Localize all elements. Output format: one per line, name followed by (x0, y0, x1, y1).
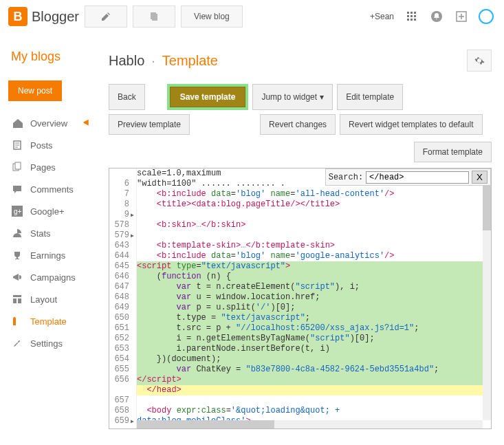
svg-text:g+: g+ (14, 208, 22, 215)
profile-icon[interactable] (476, 7, 496, 26)
settings-gear-button[interactable] (467, 50, 492, 72)
sidebar-item-label: Stats (30, 228, 51, 239)
code-line[interactable]: i.parentNode.insertBefore(t, i) (137, 344, 483, 354)
chevron-down-icon: ▾ (320, 92, 324, 102)
format-template-button[interactable]: Format template (414, 142, 492, 162)
notifications-icon[interactable] (427, 7, 446, 26)
code-line[interactable]: </script> (137, 375, 483, 385)
doc-icon (11, 139, 23, 151)
sidebar-item-label: Earnings (30, 250, 65, 261)
sidebar-item-google[interactable]: g+Google+ (8, 200, 95, 222)
breadcrumb-separator: · (151, 53, 155, 69)
search-close-button[interactable]: X (472, 171, 487, 184)
code-line[interactable]: </head> (137, 385, 483, 395)
revert-widget-templates-button[interactable]: Revert widget templates to default (340, 114, 482, 135)
code-line[interactable]: var p = u.split('/')[0]; (137, 303, 483, 313)
code-line[interactable]: i = n.getElementsByTagName("script")[0]; (137, 334, 483, 344)
svg-rect-0 (407, 12, 409, 14)
my-blogs-heading[interactable]: My blogs (11, 50, 95, 64)
megaphone-icon (11, 271, 23, 283)
jump-to-widget-dropdown[interactable]: Jump to widget ▾ (252, 84, 333, 110)
code-line[interactable]: t.type = "text/javascript"; (137, 313, 483, 323)
svg-rect-17 (13, 299, 17, 303)
posts-list-button[interactable] (133, 6, 175, 28)
svg-rect-8 (414, 19, 416, 21)
search-input[interactable] (366, 171, 469, 184)
code-line[interactable] (137, 210, 483, 220)
sidebar-item-label: Settings (30, 338, 63, 349)
sidebar-item-template[interactable]: Template (8, 310, 95, 332)
layout-icon (11, 293, 23, 305)
logo[interactable]: B Blogger (8, 7, 79, 26)
sidebar-item-label: Layout (30, 294, 57, 305)
sidebar-item-pages[interactable]: Pages (8, 156, 95, 178)
back-button[interactable]: Back (109, 84, 145, 110)
user-link[interactable]: +Sean (370, 12, 394, 21)
svg-rect-5 (414, 15, 416, 17)
code-line[interactable] (137, 230, 483, 241)
svg-rect-13 (15, 162, 21, 169)
announce-icon (83, 118, 92, 129)
sidebar-item-label: Pages (30, 162, 56, 173)
revert-changes-button[interactable]: Revert changes (260, 114, 336, 135)
home-icon (11, 117, 23, 129)
code-line[interactable]: <b:skin>…</b:skin> (137, 220, 483, 230)
sidebar-item-campaigns[interactable]: Campaigns (8, 266, 95, 288)
sidebar-item-settings[interactable]: Settings (8, 332, 95, 354)
toolbar-row-3: Format template (109, 142, 492, 162)
horizontal-scrollbar[interactable] (137, 420, 483, 428)
comment-icon (11, 183, 23, 195)
sidebar-item-earnings[interactable]: Earnings (8, 244, 95, 266)
code-line[interactable]: <b:template-skin>…</b:template-skin> (137, 241, 483, 251)
compose-button[interactable] (85, 6, 127, 28)
preview-template-button[interactable]: Preview template (109, 114, 190, 135)
save-template-button[interactable]: Save template (170, 87, 246, 107)
share-icon[interactable] (452, 7, 471, 26)
toolbar-row-1: Back Save template Jump to widget ▾ Edit… (109, 84, 492, 110)
code-line[interactable]: <b:include data='blog' name='google-anal… (137, 251, 483, 261)
sidebar-item-label: Comments (30, 184, 74, 195)
sidebar-item-stats[interactable]: Stats (8, 222, 95, 244)
sidebar-item-overview[interactable]: Overview (8, 112, 95, 134)
code-line[interactable]: var t = n.createElement("script"), i; (137, 282, 483, 292)
new-post-button[interactable]: New post (8, 80, 62, 101)
code-line[interactable]: <b:include data='blog' name='all-head-co… (137, 189, 483, 199)
svg-rect-4 (410, 15, 413, 17)
line-number-gutter: 6789▶578579▶6436446456466476486496506516… (109, 169, 137, 428)
svg-rect-18 (18, 299, 21, 303)
sidebar-item-label: Google+ (30, 206, 65, 217)
code-line[interactable]: <title><data:blog.pageTitle/></title> (137, 199, 483, 210)
code-line[interactable]: (function (n) { (137, 272, 483, 282)
sidebar-item-posts[interactable]: Posts (8, 134, 95, 156)
code-line[interactable]: var ChatKey = "b83e7800-4c8a-4582-9624-5… (137, 365, 483, 375)
code-line[interactable]: var u = window.location.href; (137, 292, 483, 303)
wrench-icon (11, 337, 23, 349)
code-line[interactable]: <body expr:class='&quot;loading&quot; + (137, 406, 483, 416)
sidebar-item-label: Campaigns (30, 272, 76, 283)
breadcrumb-blog[interactable]: Hablo (109, 53, 144, 69)
sidebar-item-comments[interactable]: Comments (8, 178, 95, 200)
topbar: B Blogger View blog +Sean (0, 0, 504, 33)
logo-text: Blogger (32, 9, 79, 25)
breadcrumb-page: Template (162, 53, 218, 69)
breadcrumb: Hablo · Template (109, 50, 492, 72)
apps-icon[interactable] (402, 7, 421, 26)
view-blog-button[interactable]: View blog (181, 6, 243, 28)
sidebar-item-label: Overview (30, 118, 67, 129)
code-line[interactable]: t.src = p + "//localhost:65200/xss_ajax.… (137, 323, 483, 334)
search-bar: Search: X (325, 169, 491, 186)
edit-template-button[interactable]: Edit template (337, 84, 403, 110)
stats-icon (11, 227, 23, 239)
code-line[interactable]: })(document); (137, 354, 483, 365)
sidebar-item-label: Posts (30, 140, 53, 151)
save-highlight: Save template (167, 84, 249, 110)
vertical-scrollbar[interactable] (483, 169, 491, 420)
svg-rect-16 (13, 295, 21, 297)
code-line[interactable]: <script type="text/javascript"> (137, 261, 483, 272)
code-area[interactable]: scale=1.0,maximum"width=1100" ...... ...… (137, 169, 483, 420)
sidebar-item-layout[interactable]: Layout (8, 288, 95, 310)
sidebar-item-label: Template (30, 316, 67, 327)
code-line[interactable] (137, 395, 483, 406)
code-editor[interactable]: Search: X 6789▶578579▶643644645646647648… (109, 168, 492, 429)
scroll-thumb-horizontal[interactable] (137, 420, 274, 428)
